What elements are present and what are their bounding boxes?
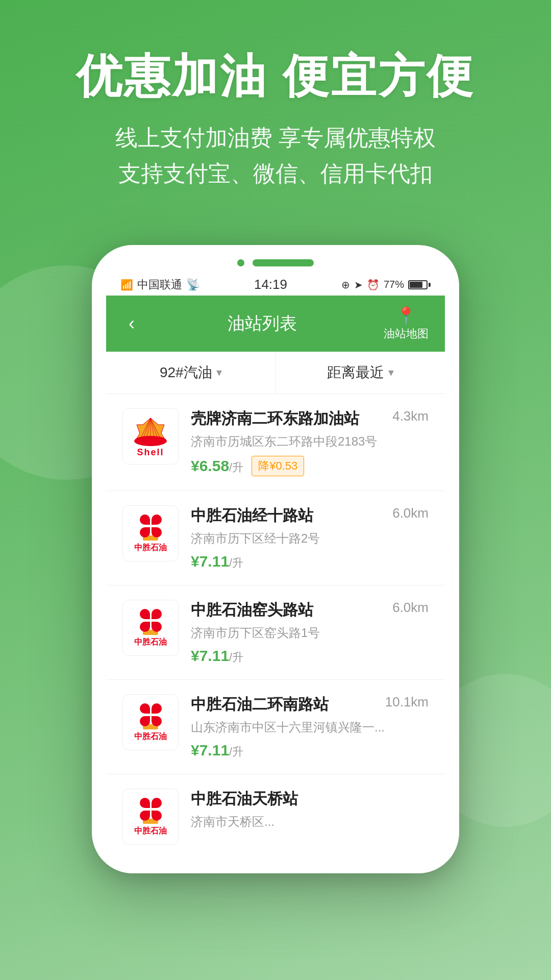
hero-subtitle: 线上支付加油费 享专属优惠特权 支持支付宝、微信、信用卡代扣 bbox=[31, 120, 520, 192]
phone-dot bbox=[237, 259, 244, 266]
station-list: Shell 壳牌济南二环东路加油站 4.3km 济南市历城区东二环路中段2183… bbox=[106, 394, 445, 853]
station-price: ¥7.11/升 bbox=[191, 742, 243, 760]
shell-svg bbox=[133, 415, 168, 446]
hero-subtitle-line2: 支持支付宝、微信、信用卡代扣 bbox=[31, 156, 520, 191]
time-display: 14:19 bbox=[254, 277, 287, 292]
station-header: 壳牌济南二环东路加油站 4.3km bbox=[191, 408, 429, 429]
hero-section: 优惠加油 便宜方便 线上支付加油费 享专属优惠特权 支持支付宝、微信、信用卡代扣 bbox=[0, 0, 551, 223]
station-header: 中胜石油天桥站 bbox=[191, 789, 429, 810]
wifi-icon: 📡 bbox=[186, 278, 200, 291]
station-header: 中胜石油二环南路站 10.1km bbox=[191, 694, 429, 715]
svg-point-8 bbox=[135, 436, 166, 444]
station-distance: 4.3km bbox=[392, 408, 429, 424]
station-info: 中胜石油经十路站 6.0km 济南市历下区经十路2号 ¥7.11/升 bbox=[191, 505, 429, 571]
station-logo-shell: Shell bbox=[122, 408, 179, 464]
station-price-row: ¥7.11/升 bbox=[191, 553, 429, 571]
alarm-icon: ⏰ bbox=[367, 279, 380, 291]
fuel-type-filter[interactable]: 92#汽油 ▾ bbox=[106, 352, 276, 394]
status-right: ⊕ ➤ ⏰ 77% bbox=[341, 279, 431, 291]
hero-title: 优惠加油 便宜方便 bbox=[31, 51, 520, 102]
nav-icon: ➤ bbox=[354, 279, 363, 291]
phone-mockup: 📶 中国联通 📡 14:19 ⊕ ➤ ⏰ 77% ‹ 油站列表 bbox=[92, 245, 459, 873]
hero-subtitle-line1: 线上支付加油费 享专属优惠特权 bbox=[31, 120, 520, 156]
status-left: 📶 中国联通 📡 bbox=[120, 277, 200, 292]
station-name: 中胜石油天桥站 bbox=[191, 789, 429, 810]
nav-bar: ‹ 油站列表 📍 油站地图 bbox=[106, 296, 445, 352]
station-logo-zhongsheng: 中胜石油 bbox=[122, 694, 179, 750]
sort-label: 距离最近 bbox=[327, 363, 384, 382]
station-item[interactable]: 中胜石油 中胜石油窑头路站 6.0km 济南市历下区窑头路1号 ¥7.11/升 bbox=[106, 585, 445, 680]
phone-notch bbox=[106, 259, 445, 266]
price-badge: 降¥0.53 bbox=[252, 456, 304, 476]
station-name: 中胜石油窑头路站 bbox=[191, 600, 386, 621]
station-item[interactable]: 中胜石油 中胜石油二环南路站 10.1km 山东济南市中区十六里河镇兴隆一...… bbox=[106, 680, 445, 774]
signal-icon: 📶 bbox=[120, 279, 133, 291]
map-button[interactable]: 📍 油站地图 bbox=[384, 306, 429, 341]
station-price-row: ¥6.58/升 降¥0.53 bbox=[191, 456, 429, 476]
station-header: 中胜石油经十路站 6.0km bbox=[191, 505, 429, 526]
fuel-arrow-icon: ▾ bbox=[216, 366, 222, 379]
station-price: ¥7.11/升 bbox=[191, 553, 243, 571]
status-bar: 📶 中国联通 📡 14:19 ⊕ ➤ ⏰ 77% bbox=[106, 272, 445, 296]
station-price: ¥6.58/升 bbox=[191, 457, 243, 475]
station-distance: 6.0km bbox=[392, 600, 429, 616]
map-label: 油站地图 bbox=[384, 326, 429, 341]
battery-icon bbox=[408, 280, 431, 289]
phone-outer: 📶 中国联通 📡 14:19 ⊕ ➤ ⏰ 77% ‹ 油站列表 bbox=[92, 245, 459, 873]
sort-filter[interactable]: 距离最近 ▾ bbox=[276, 352, 445, 394]
station-item[interactable]: Shell 壳牌济南二环东路加油站 4.3km 济南市历城区东二环路中段2183… bbox=[106, 394, 445, 491]
carrier-label: 中国联通 bbox=[137, 277, 182, 292]
station-header: 中胜石油窑头路站 6.0km bbox=[191, 600, 429, 621]
station-info: 中胜石油二环南路站 10.1km 山东济南市中区十六里河镇兴隆一... ¥7.1… bbox=[191, 694, 429, 760]
station-item-partial[interactable]: 中胜石油 中胜石油天桥站 济南市天桥区... bbox=[106, 774, 445, 853]
station-price: ¥7.11/升 bbox=[191, 647, 243, 665]
location-icon: ⊕ bbox=[341, 279, 350, 291]
map-icon: 📍 bbox=[396, 306, 416, 325]
station-info: 壳牌济南二环东路加油站 4.3km 济南市历城区东二环路中段2183号 ¥6.5… bbox=[191, 408, 429, 476]
station-price-row: ¥7.11/升 bbox=[191, 742, 429, 760]
station-address: 山东济南市中区十六里河镇兴隆一... bbox=[191, 719, 429, 736]
station-address: 济南市历下区经十路2号 bbox=[191, 530, 429, 547]
station-logo-zhongsheng: 中胜石油 bbox=[122, 789, 179, 845]
station-address: 济南市天桥区... bbox=[191, 814, 429, 830]
phone-pill bbox=[253, 259, 314, 266]
station-info: 中胜石油窑头路站 6.0km 济南市历下区窑头路1号 ¥7.11/升 bbox=[191, 600, 429, 665]
zhongsheng-brand-text: 中胜石油 bbox=[134, 731, 167, 742]
station-info: 中胜石油天桥站 济南市天桥区... bbox=[191, 789, 429, 836]
sort-arrow-icon: ▾ bbox=[388, 366, 394, 379]
shell-brand-text: Shell bbox=[137, 447, 164, 458]
back-button[interactable]: ‹ bbox=[122, 311, 141, 336]
nav-title: 油站列表 bbox=[228, 312, 297, 335]
zhongsheng-brand-text: 中胜石油 bbox=[134, 637, 167, 648]
fuel-type-label: 92#汽油 bbox=[160, 363, 212, 382]
zhongsheng-brand-text: 中胜石油 bbox=[134, 543, 167, 553]
station-distance: 6.0km bbox=[392, 505, 429, 521]
station-item[interactable]: 中胜石油 中胜石油经十路站 6.0km 济南市历下区经十路2号 ¥7.11/升 bbox=[106, 491, 445, 585]
zhongsheng-brand-text: 中胜石油 bbox=[134, 826, 167, 837]
station-logo-zhongsheng: 中胜石油 bbox=[122, 505, 179, 561]
station-distance: 10.1km bbox=[385, 694, 429, 710]
station-logo-zhongsheng: 中胜石油 bbox=[122, 600, 179, 656]
station-name: 壳牌济南二环东路加油站 bbox=[191, 408, 386, 429]
station-address: 济南市历下区窑头路1号 bbox=[191, 625, 429, 641]
station-name: 中胜石油经十路站 bbox=[191, 505, 386, 526]
battery-label: 77% bbox=[384, 279, 404, 290]
station-price-row: ¥7.11/升 bbox=[191, 647, 429, 665]
station-name: 中胜石油二环南路站 bbox=[191, 694, 379, 715]
station-address: 济南市历城区东二环路中段2183号 bbox=[191, 433, 429, 450]
filter-bar: 92#汽油 ▾ 距离最近 ▾ bbox=[106, 352, 445, 394]
